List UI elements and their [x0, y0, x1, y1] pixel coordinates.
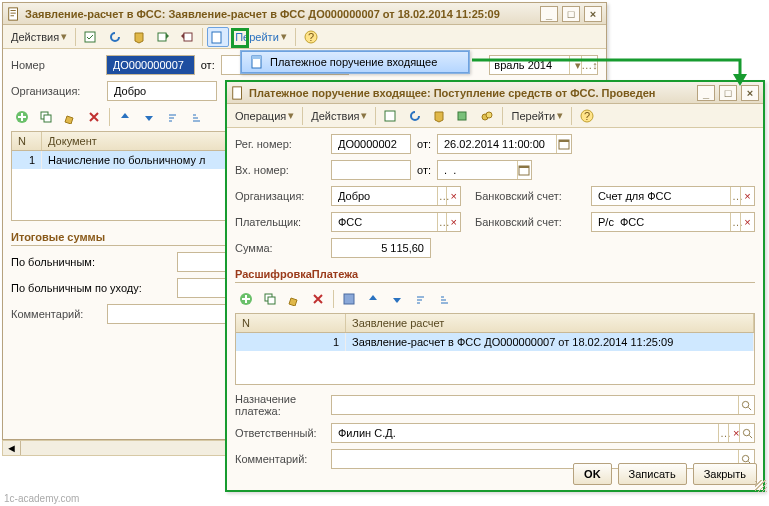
coins-icon[interactable]	[476, 106, 498, 126]
delete-row-icon[interactable]	[307, 289, 329, 309]
actions-menu-2[interactable]: Действия▾	[307, 106, 371, 126]
minimize-button[interactable]: _	[540, 6, 558, 22]
watermark: 1c-academy.com	[4, 493, 79, 504]
payer-field[interactable]	[331, 212, 461, 232]
purpose-field[interactable]	[331, 395, 755, 415]
svg-rect-20	[559, 140, 569, 142]
svg-rect-26	[344, 294, 354, 304]
sort-desc-icon[interactable]	[434, 289, 456, 309]
org-label: Организация:	[11, 85, 101, 97]
org-field[interactable]	[107, 81, 217, 101]
export-icon[interactable]	[152, 27, 174, 47]
edit-row-icon[interactable]	[59, 107, 81, 127]
refresh-icon-2[interactable]	[404, 106, 426, 126]
resp-label: Ответственный:	[235, 427, 325, 439]
in-no-label: Вх. номер:	[235, 164, 325, 176]
sort-asc-icon[interactable]	[162, 107, 184, 127]
import-icon[interactable]	[176, 27, 198, 47]
in-no-field[interactable]	[331, 160, 411, 180]
calendar-icon-2[interactable]	[517, 161, 531, 179]
save-post-icon[interactable]	[380, 106, 402, 126]
clear-icon[interactable]	[740, 213, 754, 231]
edit-row-icon[interactable]	[283, 289, 305, 309]
add-row-icon[interactable]	[11, 107, 33, 127]
maximize-button-2[interactable]: □	[719, 85, 737, 101]
bank2-field[interactable]	[591, 212, 755, 232]
nav-new-icon[interactable]	[207, 27, 229, 47]
save-icon[interactable]	[338, 289, 360, 309]
move-down-icon[interactable]	[138, 107, 160, 127]
svg-rect-22	[519, 166, 529, 168]
delete-row-icon[interactable]	[83, 107, 105, 127]
reg-no-field[interactable]	[331, 134, 411, 154]
close-button-2[interactable]: ×	[741, 85, 759, 101]
footer-buttons: OK Записать Закрыть	[573, 463, 757, 485]
bank1-label: Банковский счет:	[475, 190, 585, 202]
resp-field[interactable]	[331, 423, 755, 443]
ok-button[interactable]: OK	[573, 463, 612, 485]
clear-icon[interactable]	[446, 213, 460, 231]
svg-rect-25	[268, 297, 275, 304]
toolbar-2: Операция▾ Действия▾ Перейти▾ ?	[227, 104, 763, 128]
move-up-icon[interactable]	[114, 107, 136, 127]
refresh-icon[interactable]	[104, 27, 126, 47]
in-date-field[interactable]	[437, 160, 532, 180]
comment-label: Комментарий:	[11, 308, 101, 320]
close-button[interactable]: ×	[584, 6, 602, 22]
bank1-field[interactable]	[591, 186, 755, 206]
copy-row-icon[interactable]	[35, 107, 57, 127]
period-step-icon[interactable]: ↕	[581, 56, 597, 74]
search-icon[interactable]	[738, 396, 754, 414]
payer-label: Плательщик:	[235, 216, 325, 228]
col-claim: Заявление расчет	[346, 314, 754, 332]
titlebar: Заявление-расчет в ФСС: Заявление-расчет…	[3, 3, 606, 25]
org-field-2[interactable]	[331, 186, 461, 206]
operation-menu[interactable]: Операция▾	[231, 106, 298, 126]
move-down-icon[interactable]	[386, 289, 408, 309]
actions-menu[interactable]: Действия▾	[7, 27, 71, 47]
help-icon-2[interactable]: ?	[576, 106, 598, 126]
sum-label: Сумма:	[235, 242, 325, 254]
svg-text:?: ?	[308, 31, 314, 43]
clear-icon[interactable]	[446, 187, 460, 205]
menu-item-incoming-payment[interactable]: Платежное поручение входящее	[241, 51, 469, 73]
org-input[interactable]	[112, 84, 212, 98]
svg-point-16	[486, 112, 492, 118]
period-field[interactable]: враль 2014 ▾ ↕	[489, 55, 598, 75]
grid-toolbar-2	[235, 289, 755, 309]
purpose-label: Назначение платежа:	[235, 393, 325, 417]
decr-head: РасшифровкаПлатежа	[235, 264, 755, 283]
grid-row-2[interactable]: 1 Заявление-расчет в ФСС ДО000000007 от …	[236, 333, 754, 351]
minimize-button-2[interactable]: _	[697, 85, 715, 101]
clear-icon[interactable]	[740, 187, 754, 205]
scroll-icon[interactable]	[128, 27, 150, 47]
calendar-icon[interactable]	[556, 135, 571, 153]
search-icon[interactable]	[739, 424, 754, 442]
svg-rect-11	[252, 56, 261, 59]
payment-grid[interactable]: N Заявление расчет 1 Заявление-расчет в …	[235, 313, 755, 385]
post-icon[interactable]	[80, 27, 102, 47]
save-button[interactable]: Записать	[618, 463, 687, 485]
move-up-icon[interactable]	[362, 289, 384, 309]
col-n: N	[12, 132, 42, 150]
help-icon[interactable]: ?	[300, 27, 322, 47]
in-from-label: от:	[417, 164, 431, 176]
sort-asc-icon[interactable]	[410, 289, 432, 309]
comment-label-2: Комментарий:	[235, 453, 325, 465]
number-label: Номер	[11, 59, 100, 71]
scroll-icon-2[interactable]	[428, 106, 450, 126]
sum-field[interactable]	[331, 238, 431, 258]
titlebar-2: Платежное поручение входящее: Поступлени…	[227, 82, 763, 104]
number-input[interactable]	[111, 58, 190, 72]
post-green-icon[interactable]	[452, 106, 474, 126]
col-n-2: N	[236, 314, 346, 332]
svg-rect-1	[85, 32, 95, 42]
add-row-icon[interactable]	[235, 289, 257, 309]
copy-row-icon[interactable]	[259, 289, 281, 309]
reg-date-field[interactable]	[437, 134, 572, 154]
sort-desc-icon[interactable]	[186, 107, 208, 127]
close-button-footer[interactable]: Закрыть	[693, 463, 757, 485]
goto-menu-2[interactable]: Перейти▾	[507, 106, 567, 126]
maximize-button[interactable]: □	[562, 6, 580, 22]
number-field[interactable]	[106, 55, 195, 75]
